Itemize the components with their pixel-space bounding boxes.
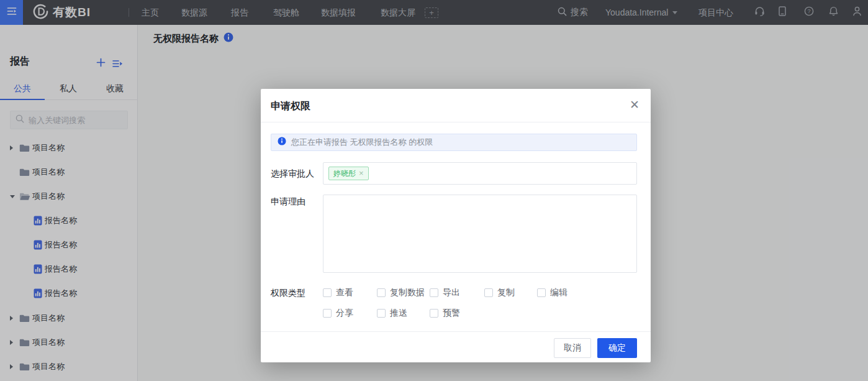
- banner-text: 您正在申请报告 无权限报告名称 的权限: [291, 137, 433, 148]
- reason-field-label: 申请理由: [271, 195, 305, 208]
- modal-footer: 取消 确定: [261, 331, 651, 362]
- permission-checkbox-edit[interactable]: 编辑: [537, 287, 567, 299]
- permission-checkbox-copy-data[interactable]: 复制数据: [377, 287, 425, 299]
- permission-checkbox-view[interactable]: 查看: [323, 287, 353, 299]
- permission-checkbox-push[interactable]: 推送: [377, 307, 407, 319]
- reason-textarea[interactable]: [323, 195, 637, 273]
- permission-checkbox-alert[interactable]: 预警: [430, 307, 460, 319]
- permission-label: 复制: [497, 287, 515, 298]
- permission-label: 编辑: [550, 287, 567, 298]
- cancel-button[interactable]: 取消: [554, 338, 591, 358]
- permission-checkbox-copy[interactable]: 复制: [484, 287, 515, 299]
- modal-title: 申请权限: [271, 100, 310, 113]
- checkbox-icon[interactable]: [430, 309, 438, 318]
- checkbox-icon[interactable]: [484, 288, 493, 297]
- approver-tag-name: 婷晓彤: [333, 168, 356, 179]
- info-icon: [278, 137, 286, 148]
- permission-label: 导出: [443, 287, 460, 298]
- checkbox-icon[interactable]: [430, 288, 438, 297]
- checkbox-icon[interactable]: [537, 288, 546, 297]
- info-banner: 您正在申请报告 无权限报告名称 的权限: [271, 134, 637, 151]
- confirm-button[interactable]: 确定: [597, 338, 637, 358]
- checkbox-icon[interactable]: [377, 309, 386, 318]
- close-icon[interactable]: ✕: [630, 98, 640, 112]
- modal-header: 申请权限 ✕: [261, 89, 651, 122]
- permission-label: 预警: [443, 308, 460, 319]
- approver-field-label: 选择审批人: [271, 167, 314, 180]
- checkbox-icon[interactable]: [323, 309, 332, 318]
- permission-label: 复制数据: [390, 287, 425, 298]
- permission-checkbox-share[interactable]: 分享: [323, 307, 353, 319]
- permission-label: 分享: [336, 308, 353, 319]
- approver-tag: 婷晓彤 ×: [328, 167, 369, 180]
- permission-label: 推送: [390, 308, 407, 319]
- approver-select-input[interactable]: 婷晓彤 ×: [323, 162, 637, 185]
- checkbox-icon[interactable]: [377, 288, 386, 297]
- permission-checkbox-export[interactable]: 导出: [430, 287, 460, 299]
- apply-permission-modal: 申请权限 ✕ 您正在申请报告 无权限报告名称 的权限 选择审批人 婷晓彤 × 申…: [261, 89, 651, 362]
- tag-remove-icon[interactable]: ×: [359, 170, 364, 177]
- permission-type-label: 权限类型: [271, 287, 305, 299]
- app-screen: 有数BI 主页 数据源 报告 驾驶舱 数据填报 数据大屏 + 搜索 Youdat…: [0, 0, 868, 381]
- permission-label: 查看: [336, 287, 353, 298]
- checkbox-icon[interactable]: [323, 288, 332, 297]
